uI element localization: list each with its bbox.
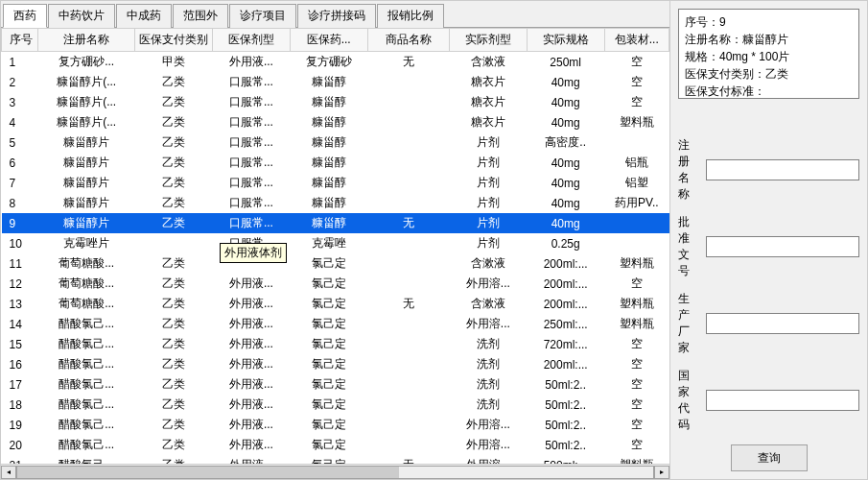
cell-pay: 乙类 [135,314,213,334]
form-row-approval: 批准文号 [678,214,859,279]
column-header[interactable]: 包装材... [604,29,669,52]
table-row[interactable]: 12葡萄糖酸...乙类外用液...氯己定外用溶...200ml:...空 [2,274,669,294]
cell-act: 外用溶... [449,274,527,294]
cell-pkg: 空 [604,334,669,354]
cell-seq: 15 [2,334,38,354]
cell-seq: 17 [2,374,38,395]
cell-name: 糠甾醇片(... [38,92,135,112]
column-header[interactable]: 注册名称 [38,29,135,52]
cell-act: 片剂 [449,233,527,253]
table-row[interactable]: 10克霉唑片口服常...克霉唑片剂0.25g [2,233,669,253]
scroll-thumb[interactable] [17,467,399,478]
column-header[interactable]: 医保药... [290,29,367,52]
cell-dosage: 外用液... [213,455,291,464]
column-header[interactable]: 实际规格 [527,29,604,52]
cell-pay: 乙类 [135,435,213,455]
search-form: 注册名称 批准文号 生产厂家 国家代码 查询 [678,137,859,471]
cell-prod [367,173,449,193]
cell-dosage: 口服常... [213,153,291,173]
table-row[interactable]: 8糠甾醇片乙类口服常...糠甾醇片剂40mg药用PV.. [2,193,669,213]
table-row[interactable]: 4糠甾醇片(...乙类口服常...糠甾醇糖衣片40mg塑料瓶 [2,112,669,132]
horizontal-scrollbar[interactable]: ◂ ▸ [1,464,669,479]
table-row[interactable]: 9糠甾醇片乙类口服常...糠甾醇无片剂40mg [2,213,669,233]
cell-pkg: 空 [604,374,669,395]
table-container: 序号注册名称医保支付类别医保剂型医保药...商品名称实际剂型实际规格包装材...… [1,28,669,464]
table-row[interactable]: 16醋酸氯己...乙类外用液...氯己定洗剂200ml:...空 [2,354,669,374]
table-row[interactable]: 15醋酸氯己...乙类外用液...氯己定洗剂720ml:...空 [2,334,669,354]
tab-2[interactable]: 中成药 [116,4,172,28]
column-header[interactable]: 序号 [2,29,38,52]
column-header[interactable]: 商品名称 [367,29,449,52]
detail-panel: 序号：9 注册名称：糠甾醇片 规格：40mg * 100片 医保支付类别：乙类 … [678,9,859,99]
cell-pay: 乙类 [135,173,213,193]
approval-input[interactable] [706,236,859,257]
cell-pay: 乙类 [135,153,213,173]
table-row[interactable]: 5糠甾醇片乙类口服常...糠甾醇片剂高密度.. [2,132,669,153]
tooltip: 外用液体剂 [220,243,287,263]
table-row[interactable]: 1复方硼砂...甲类外用液...复方硼砂无含漱液250ml空 [2,52,669,73]
table-row[interactable]: 7糠甾醇片乙类口服常...糠甾醇片剂40mg铝塑 [2,173,669,193]
cell-pay: 乙类 [135,253,213,274]
query-button[interactable]: 查询 [731,444,808,471]
tab-6[interactable]: 报销比例 [377,4,444,28]
cell-pay: 乙类 [135,455,213,464]
cell-seq: 16 [2,354,38,374]
cell-seq: 9 [2,213,38,233]
cell-spec: 40mg [527,153,604,173]
tab-1[interactable]: 中药饮片 [48,4,115,28]
table-row[interactable]: 21醋酸氯己...乙类外用液...氯己定无外用溶...500ml:...塑料瓶 [2,455,669,464]
scroll-right-arrow[interactable]: ▸ [654,466,669,479]
table-row[interactable]: 6糠甾醇片乙类口服常...糠甾醇片剂40mg铝瓶 [2,153,669,173]
table-row[interactable]: 19醋酸氯己...乙类外用液...氯己定外用溶...50ml:2..空 [2,415,669,435]
cell-spec: 高密度.. [527,132,604,153]
cell-prod [367,415,449,435]
cell-prod [367,395,449,415]
cell-pkg: 塑料瓶 [604,294,669,314]
tab-5[interactable]: 诊疗拼接码 [297,4,376,28]
table-row[interactable]: 17醋酸氯己...乙类外用液...氯己定洗剂50ml:2..空 [2,374,669,395]
table-row[interactable]: 18醋酸氯己...乙类外用液...氯己定洗剂50ml:2..空 [2,395,669,415]
table-row[interactable]: 13葡萄糖酸...乙类外用液...氯己定无含漱液200ml:...塑料瓶 [2,294,669,314]
cell-pay: 乙类 [135,193,213,213]
cell-prod [367,72,449,92]
cell-med: 糠甾醇 [290,132,367,153]
cell-name: 糠甾醇片(... [38,112,135,132]
cell-med: 氯己定 [290,374,367,395]
cell-pkg: 药用PV.. [604,193,669,213]
cell-pkg: 空 [604,435,669,455]
tab-0[interactable]: 西药 [3,4,47,28]
cell-dosage: 口服常... [213,132,291,153]
manufacturer-input[interactable] [706,313,859,334]
cell-med: 克霉唑 [290,233,367,253]
cell-pay: 乙类 [135,334,213,354]
cell-spec: 720ml:... [527,334,604,354]
table-row[interactable]: 3糠甾醇片(...乙类口服常...糠甾醇糖衣片40mg空 [2,92,669,112]
cell-pkg [604,132,669,153]
cell-spec: 200ml:... [527,274,604,294]
table-row[interactable]: 11葡萄糖酸...乙类氯己定含漱液200ml:...塑料瓶 [2,253,669,274]
tab-4[interactable]: 诊疗项目 [229,4,296,28]
table-row[interactable]: 20醋酸氯己...乙类外用液...氯己定外用溶...50ml:2..空 [2,435,669,455]
scroll-left-arrow[interactable]: ◂ [1,466,16,479]
cell-dosage: 口服常... [213,213,291,233]
cell-name: 克霉唑片 [38,233,135,253]
reg-name-label: 注册名称 [678,137,698,203]
column-header[interactable]: 医保剂型 [213,29,291,52]
cell-prod [367,233,449,253]
cell-pay: 乙类 [135,213,213,233]
reg-name-input[interactable] [706,159,859,180]
table-row[interactable]: 2糠甾醇片(...乙类口服常...糠甾醇糖衣片40mg空 [2,72,669,92]
cell-med: 氯己定 [290,274,367,294]
cell-prod [367,274,449,294]
table-scroll[interactable]: 序号注册名称医保支付类别医保剂型医保药...商品名称实际剂型实际规格包装材...… [1,28,669,464]
cell-med: 氯己定 [290,435,367,455]
table-row[interactable]: 14醋酸氯己...乙类外用液...氯己定外用溶...250ml:...塑料瓶 [2,314,669,334]
scroll-track[interactable] [16,466,654,479]
country-code-input[interactable] [706,390,859,411]
tab-3[interactable]: 范围外 [173,4,228,28]
cell-pay: 乙类 [135,395,213,415]
column-header[interactable]: 医保支付类别 [135,29,213,52]
form-row-manufacturer: 生产厂家 [678,291,859,356]
column-header[interactable]: 实际剂型 [449,29,527,52]
cell-act: 含漱液 [449,253,527,274]
